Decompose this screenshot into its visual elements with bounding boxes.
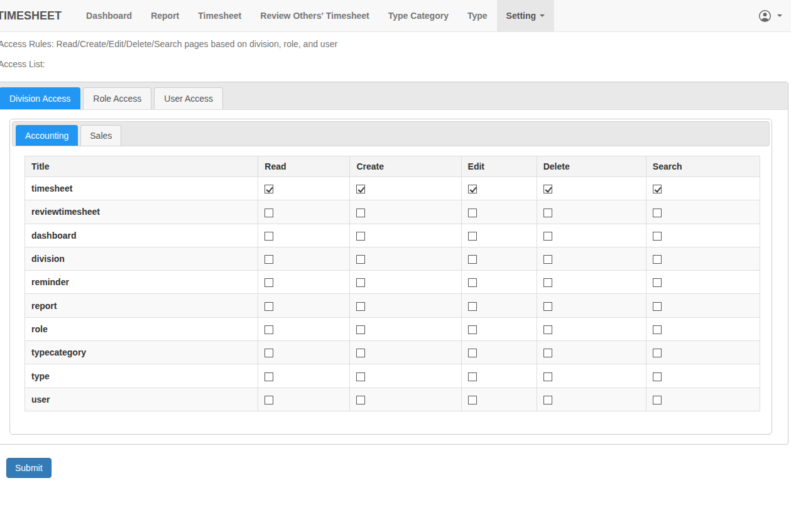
permission-checkbox-edit[interactable] — [468, 209, 477, 217]
permission-cell — [646, 200, 760, 224]
nav-item-label: Timesheet — [198, 0, 241, 31]
access-rules-text: Access Rules: Read/Create/Edit/Delete/Se… — [0, 40, 791, 49]
permission-checkbox-delete[interactable] — [543, 278, 552, 287]
permission-cell — [646, 294, 760, 317]
tab-user-access[interactable]: User Access — [154, 87, 223, 109]
permission-checkbox-delete[interactable] — [543, 302, 552, 311]
tab-role-access[interactable]: Role Access — [83, 87, 151, 109]
permission-checkbox-edit[interactable] — [468, 349, 477, 357]
permission-cell — [646, 388, 760, 411]
permission-cell — [258, 388, 350, 411]
navbar-spacer — [554, 0, 750, 31]
permission-cell — [350, 177, 461, 200]
main-menu: DashboardReportTimesheetReview Others' T… — [77, 0, 554, 31]
permission-checkbox-edit[interactable] — [468, 232, 477, 241]
permission-checkbox-create[interactable] — [356, 185, 365, 193]
column-header-delete: Delete — [537, 156, 646, 177]
permission-cell — [537, 294, 646, 317]
permission-checkbox-create[interactable] — [356, 302, 365, 311]
permission-cell — [461, 317, 537, 340]
row-title: division — [25, 247, 258, 270]
permission-checkbox-create[interactable] — [356, 396, 365, 404]
permission-checkbox-search[interactable] — [653, 232, 662, 241]
permission-checkbox-search[interactable] — [653, 185, 662, 193]
permission-checkbox-delete[interactable] — [543, 209, 552, 217]
tab-division-access[interactable]: Division Access — [0, 87, 80, 109]
permission-checkbox-edit[interactable] — [468, 278, 477, 287]
permission-checkbox-delete[interactable] — [543, 325, 552, 334]
permission-checkbox-create[interactable] — [356, 349, 365, 357]
permission-cell — [350, 294, 461, 317]
permission-cell — [350, 341, 461, 364]
submit-button[interactable]: Submit — [6, 458, 52, 478]
nav-item-label: Dashboard — [86, 0, 132, 31]
brand-logo[interactable]: TIMESHEET — [0, 0, 68, 31]
row-title: type — [25, 364, 258, 388]
permission-checkbox-search[interactable] — [653, 396, 662, 404]
permission-checkbox-delete[interactable] — [543, 232, 552, 241]
permission-checkbox-edit[interactable] — [468, 302, 477, 311]
nav-item-report[interactable]: Report — [141, 0, 188, 31]
permission-checkbox-read[interactable] — [265, 302, 273, 311]
nav-item-type[interactable]: Type — [458, 0, 497, 31]
tab-sales[interactable]: Sales — [80, 125, 121, 146]
nav-item-label: Setting — [506, 0, 536, 31]
permission-checkbox-search[interactable] — [653, 278, 662, 287]
permission-checkbox-search[interactable] — [653, 255, 662, 264]
table-row-reminder: reminder — [25, 271, 760, 294]
permission-checkbox-read[interactable] — [265, 396, 273, 404]
permission-checkbox-delete[interactable] — [543, 349, 552, 357]
permission-checkbox-delete[interactable] — [543, 396, 552, 404]
permission-cell — [461, 341, 537, 364]
table-row-division: division — [25, 247, 760, 270]
permission-checkbox-edit[interactable] — [468, 255, 477, 264]
permission-cell — [258, 294, 350, 317]
permission-checkbox-read[interactable] — [265, 232, 273, 241]
permission-checkbox-create[interactable] — [356, 278, 365, 287]
nav-item-dashboard[interactable]: Dashboard — [77, 0, 141, 31]
permission-cell — [461, 388, 537, 411]
user-menu-toggle[interactable] — [750, 0, 791, 31]
permission-checkbox-create[interactable] — [356, 372, 365, 381]
row-title: user — [25, 388, 258, 411]
permission-checkbox-read[interactable] — [265, 255, 273, 264]
table-row-timesheet: timesheet — [25, 177, 760, 200]
table-row-type: type — [25, 364, 760, 388]
table-row-role: role — [25, 317, 760, 340]
nav-item-setting[interactable]: Setting — [497, 0, 554, 31]
permission-checkbox-create[interactable] — [356, 209, 365, 217]
nav-item-label: Review Others' Timesheet — [260, 0, 369, 31]
permission-checkbox-read[interactable] — [265, 372, 273, 381]
permission-checkbox-read[interactable] — [265, 209, 273, 217]
permission-checkbox-search[interactable] — [653, 325, 662, 334]
permission-checkbox-read[interactable] — [265, 325, 273, 334]
permission-checkbox-edit[interactable] — [468, 372, 477, 381]
permission-checkbox-edit[interactable] — [468, 185, 477, 193]
nav-item-type-category[interactable]: Type Category — [379, 0, 458, 31]
permission-checkbox-read[interactable] — [265, 185, 273, 193]
permission-checkbox-create[interactable] — [356, 325, 365, 334]
permission-checkbox-read[interactable] — [265, 349, 273, 357]
permission-checkbox-edit[interactable] — [468, 325, 477, 334]
nav-item-review-others-timesheet[interactable]: Review Others' Timesheet — [251, 0, 378, 31]
nav-item-timesheet[interactable]: Timesheet — [188, 0, 251, 31]
nav-item-label: Report — [151, 0, 179, 31]
permission-checkbox-delete[interactable] — [543, 185, 552, 193]
permission-checkbox-search[interactable] — [653, 302, 662, 311]
permission-cell — [461, 224, 537, 247]
permission-checkbox-create[interactable] — [356, 232, 365, 241]
access-list-label: Access List: — [0, 60, 791, 69]
permission-cell — [258, 224, 350, 247]
permission-checkbox-search[interactable] — [653, 372, 662, 381]
permission-checkbox-delete[interactable] — [543, 255, 552, 264]
permission-cell — [646, 247, 760, 270]
permission-checkbox-edit[interactable] — [468, 396, 477, 404]
division-tabs-bar: AccountingSales — [12, 121, 770, 146]
permission-checkbox-search[interactable] — [653, 349, 662, 357]
permission-checkbox-search[interactable] — [653, 209, 662, 217]
permission-checkbox-create[interactable] — [356, 255, 365, 264]
permission-checkbox-delete[interactable] — [543, 372, 552, 381]
caret-down-icon — [777, 14, 782, 17]
permission-checkbox-read[interactable] — [265, 278, 273, 287]
tab-accounting[interactable]: Accounting — [16, 125, 78, 146]
